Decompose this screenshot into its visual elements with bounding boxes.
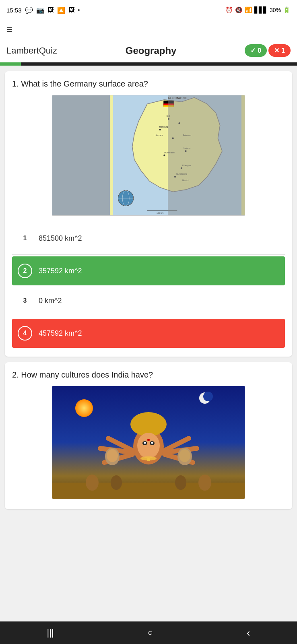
bottom-navigation: ||| ○ ‹: [0, 621, 297, 644]
header: LambertQuiz Geography ✓ 0 ✕ 1: [0, 40, 297, 62]
answer-text-1-3: 0 km^2: [39, 297, 62, 305]
home-nav-icon[interactable]: ○: [148, 627, 153, 638]
dot-indicator: •: [78, 7, 80, 13]
hamburger-icon[interactable]: ≡: [6, 24, 12, 35]
answer-text-1-1: 851500 km^2: [39, 234, 82, 243]
svg-point-31: [75, 399, 93, 417]
gallery-icon: 🖼: [68, 6, 75, 14]
svg-text:100 km: 100 km: [157, 212, 164, 214]
mute-icon: 🔇: [235, 6, 243, 14]
svg-rect-34: [138, 414, 159, 428]
svg-point-30: [203, 392, 213, 401]
svg-point-52: [147, 458, 150, 461]
question-1-body: What is the Germany surface area?: [21, 79, 148, 88]
wrong-count: 1: [281, 47, 285, 54]
correct-badge: ✓ 0: [245, 44, 267, 57]
svg-point-6: [159, 129, 161, 130]
time-display: 15:53: [6, 7, 22, 14]
svg-point-55: [111, 475, 122, 490]
svg-point-39: [151, 442, 153, 444]
status-bar-left: 15:53 💬 📷 🖼 🔼 🖼 •: [6, 6, 80, 14]
question-1-text: 1. What is the Germany surface area?: [12, 79, 285, 89]
correct-icon: ✓: [250, 47, 256, 54]
answer-text-1-4: 457592 km^2: [39, 329, 82, 338]
svg-point-54: [86, 475, 99, 491]
answer-option-1-1[interactable]: 1 851500 km^2: [12, 224, 285, 253]
svg-point-56: [175, 475, 186, 490]
back-nav-icon[interactable]: ‹: [247, 627, 250, 639]
svg-text:Hanovre: Hanovre: [155, 134, 163, 136]
signal-icon: ▋▋▋: [254, 6, 268, 14]
svg-point-48: [107, 449, 118, 462]
answer-number-1-3: 3: [18, 293, 32, 308]
quiz-title: Geography: [126, 45, 177, 56]
top-bar: ≡: [0, 20, 297, 40]
question-card-1: 1. What is the Germany surface area?: [5, 71, 292, 357]
wrong-badge: ✕ 1: [268, 44, 291, 57]
alarm-icon: ⏰: [225, 6, 233, 14]
progress-bar-fill: [0, 62, 21, 66]
wifi-icon: 📶: [245, 6, 252, 14]
divider-2: [12, 317, 285, 317]
question-card-2: 2. How many cultures does India have?: [5, 362, 292, 509]
question-2-text: 2. How many cultures does India have?: [12, 370, 285, 380]
svg-point-38: [144, 442, 146, 444]
india-svg: [52, 386, 245, 499]
divider-1: [12, 254, 285, 255]
svg-point-57: [198, 475, 211, 491]
menu-nav-icon[interactable]: |||: [47, 627, 54, 638]
wrong-icon: ✕: [274, 47, 279, 54]
map-right-shadow: [168, 95, 245, 215]
map-left-shadow: [52, 95, 110, 215]
svg-point-40: [147, 439, 150, 441]
status-bar-right: ⏰ 🔇 📶 ▋▋▋ 30% 🔋: [225, 6, 291, 14]
whatsapp-icon: 💬: [25, 6, 33, 14]
india-image: [52, 386, 245, 499]
germany-map-image: ALLEMAGNE Kiel Hamburg Hanovre Düsseldor…: [52, 95, 245, 216]
correct-count: 0: [258, 47, 261, 54]
score-badges: ✓ 0 ✕ 1: [245, 44, 291, 57]
question-2-body: How many cultures does India have?: [21, 370, 153, 379]
svg-rect-53: [52, 483, 245, 499]
battery-display: 30%: [270, 7, 281, 13]
svg-point-10: [164, 155, 165, 156]
answer-number-1-1: 1: [18, 231, 32, 246]
answer-text-1-2: 357592 km^2: [39, 267, 82, 275]
media-icon: 🖼: [47, 6, 54, 14]
answer-option-1-4[interactable]: 4 457592 km^2: [12, 319, 285, 348]
maps-icon: 🔼: [57, 6, 65, 14]
answer-option-1-2[interactable]: 2 357592 km^2: [12, 256, 285, 285]
answer-number-1-2: 2: [18, 264, 32, 278]
app-title: LambertQuiz: [6, 45, 57, 56]
svg-point-35: [137, 433, 160, 458]
instagram-icon: 📷: [36, 6, 44, 14]
status-bar: 15:53 💬 📷 🖼 🔼 🖼 • ⏰ 🔇 📶 ▋▋▋ 30% 🔋: [0, 0, 297, 20]
battery-icon: 🔋: [283, 6, 291, 14]
progress-bar-container: [0, 62, 297, 66]
svg-text:Hamburg: Hamburg: [159, 126, 168, 128]
svg-point-50: [179, 449, 190, 462]
answer-number-1-4: 4: [18, 326, 32, 341]
main-content: 1. What is the Germany surface area?: [0, 66, 297, 515]
answer-option-1-3[interactable]: 3 0 km^2: [12, 286, 285, 315]
